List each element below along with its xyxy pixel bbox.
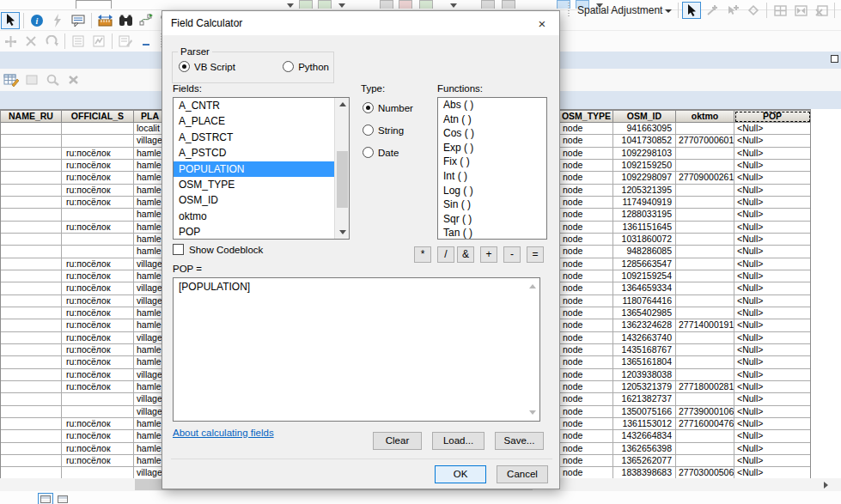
functions-list-item[interactable]: Tan ( )	[438, 226, 546, 240]
cell-name-ru[interactable]	[1, 123, 62, 135]
identify-button[interactable]: i	[27, 12, 46, 29]
cell-pop[interactable]: <Null>	[734, 406, 811, 418]
cell-place[interactable]: hamle	[134, 381, 161, 393]
cell-place[interactable]: village	[134, 406, 161, 418]
hyperlink-button[interactable]	[48, 12, 67, 29]
show-codeblock-checkbox[interactable]: Show Codeblock	[173, 244, 263, 255]
cell-official-s[interactable]: ru:посёлок	[62, 307, 134, 319]
table-options-button[interactable]	[2, 71, 21, 88]
cell-pop[interactable]: <Null>	[734, 270, 811, 282]
cell-official-s[interactable]: ru:посёлок	[62, 356, 134, 368]
column-header-oktmo[interactable]: oktmo	[676, 111, 734, 123]
cell-place[interactable]: village	[134, 282, 161, 295]
minimize-glyph[interactable]	[137, 33, 155, 50]
remove-link-button[interactable]	[812, 2, 831, 19]
radio-option-number[interactable]: Number	[363, 102, 413, 113]
cell-osm-id[interactable]: 1285663547	[613, 258, 676, 270]
cell-osm-id[interactable]: 1435168767	[613, 344, 676, 356]
cell-osm-id[interactable]: 1174940919	[613, 197, 676, 209]
cell-official-s[interactable]: ru:посёлок	[62, 430, 134, 442]
save-button[interactable]: Save...	[495, 432, 544, 450]
cell-osm-id[interactable]: 1180764416	[613, 295, 676, 307]
cell-oktmo[interactable]	[676, 270, 734, 282]
cell-place[interactable]: hamle	[134, 209, 161, 221]
cell-oktmo[interactable]	[676, 393, 734, 405]
cell-osm-id[interactable]: 1365161804	[613, 356, 676, 368]
cell-pop[interactable]: <Null>	[734, 381, 811, 393]
cell-oktmo[interactable]	[676, 369, 734, 381]
cell-osm-id[interactable]: 1365262077	[613, 455, 676, 467]
cell-place[interactable]: hamle	[134, 455, 161, 467]
cell-pop[interactable]: <Null>	[734, 443, 811, 455]
functions-list-item[interactable]: Cos ( )	[438, 126, 546, 141]
cell-osm-type[interactable]: node	[560, 258, 613, 270]
cell-pop[interactable]: <Null>	[734, 148, 811, 160]
cell-name-ru[interactable]	[1, 209, 62, 221]
attributes-button[interactable]	[69, 33, 88, 50]
cell-name-ru[interactable]	[1, 246, 62, 258]
toolbar-cut-icon[interactable]	[419, 0, 433, 9]
cell-pop[interactable]: <Null>	[734, 307, 811, 319]
cell-name-ru[interactable]	[1, 319, 62, 331]
cell-osm-id[interactable]: 1031860072	[613, 234, 676, 246]
related-tables-button[interactable]	[22, 71, 41, 88]
cell-place[interactable]: village	[134, 135, 161, 147]
dropdown-caret-icon[interactable]	[287, 3, 294, 8]
cell-osm-type[interactable]: node	[560, 185, 613, 197]
cell-name-ru[interactable]	[1, 406, 62, 418]
expression-input[interactable]: [POPULATION]	[173, 277, 540, 422]
modify-link-button[interactable]	[723, 2, 742, 19]
fields-scrollbar[interactable]	[334, 98, 349, 239]
fields-listbox[interactable]: A_CNTRA_PLACEA_DSTRCTA_PSTCDPOPULATIONOS…	[173, 97, 350, 240]
toolbar-cut-icon[interactable]	[481, 0, 495, 9]
column-header-place[interactable]: PLA	[134, 111, 161, 123]
edit-form-button[interactable]	[116, 33, 135, 50]
scrollbar-thumb[interactable]	[337, 151, 348, 208]
cell-oktmo[interactable]	[676, 332, 734, 344]
cell-place[interactable]: hamle	[134, 160, 161, 172]
cell-name-ru[interactable]	[1, 356, 62, 368]
functions-list-item[interactable]: Sin ( )	[438, 197, 546, 212]
show-all-records-button[interactable]	[38, 493, 53, 504]
cell-name-ru[interactable]	[1, 455, 62, 467]
cell-pop[interactable]: <Null>	[734, 160, 811, 172]
cell-official-s[interactable]	[62, 234, 134, 246]
cell-osm-type[interactable]: node	[560, 270, 613, 282]
cell-osm-id[interactable]: 1361151645	[613, 222, 676, 234]
cell-official-s[interactable]: ru:посёлок	[62, 455, 134, 467]
cell-pop[interactable]: <Null>	[734, 430, 811, 442]
scroll-down-button[interactable]	[335, 226, 350, 239]
toolbar-grip[interactable]	[566, 3, 570, 18]
column-header-osm-id[interactable]: OSM_ID	[613, 111, 676, 123]
sketch-properties-button[interactable]	[89, 33, 108, 50]
cell-place[interactable]: hamle	[134, 148, 161, 160]
cell-official-s[interactable]	[62, 123, 134, 135]
cell-osm-type[interactable]: node	[560, 406, 613, 418]
html-popup-button[interactable]	[69, 12, 88, 29]
cell-official-s[interactable]: ru:посёлок	[62, 332, 134, 344]
functions-list-item[interactable]: Fix ( )	[438, 155, 546, 169]
cell-place[interactable]: hamle	[134, 344, 161, 356]
cell-name-ru[interactable]	[1, 369, 62, 381]
cell-official-s[interactable]: ru:посёлок	[62, 295, 134, 307]
cell-official-s[interactable]: ru:посёлок	[62, 381, 134, 393]
cell-osm-id[interactable]: 1432663740	[613, 332, 676, 344]
cell-osm-type[interactable]: node	[560, 160, 613, 172]
cell-oktmo[interactable]: 27707000601	[676, 135, 734, 147]
cell-place[interactable]: hamle	[134, 443, 161, 455]
toolbar-cut-icon[interactable]	[299, 0, 313, 9]
cell-pop[interactable]: <Null>	[734, 209, 811, 221]
cell-osm-type[interactable]: node	[560, 455, 613, 467]
clear-selection-button[interactable]	[64, 71, 82, 88]
cell-osm-type[interactable]: node	[560, 209, 613, 221]
cell-place[interactable]: hamle	[134, 270, 161, 282]
zoom-to-selected-button[interactable]	[43, 71, 62, 88]
cell-name-ru[interactable]	[1, 234, 62, 246]
cell-name-ru[interactable]	[1, 185, 62, 197]
cell-oktmo[interactable]: 27714000191	[676, 319, 734, 331]
cell-official-s[interactable]: ru:посёлок	[62, 258, 134, 270]
fields-list-item[interactable]: POP	[174, 224, 334, 239]
cell-osm-type[interactable]: node	[560, 443, 613, 455]
scroll-down-button[interactable]	[525, 406, 539, 419]
cell-pop[interactable]: <Null>	[734, 282, 811, 295]
